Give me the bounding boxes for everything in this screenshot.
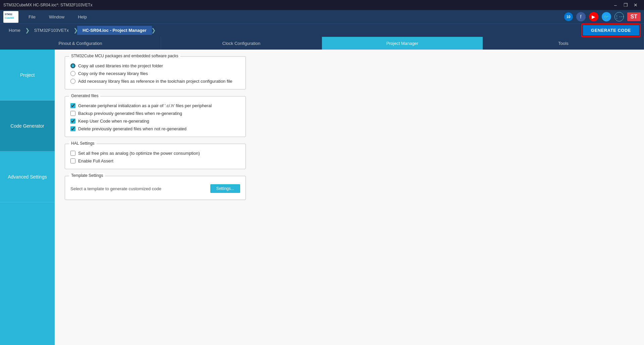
mcu-label-1[interactable]: Copy only the necessary library files — [78, 71, 148, 76]
title-bar: STM32CubeMX HC-SR04.ioc*: STM32F103VETx … — [0, 0, 644, 10]
main-content: Project Code Generator Advanced Settings… — [0, 50, 644, 345]
gen-file-label-1[interactable]: Backup previously generated files when r… — [78, 111, 182, 116]
mcu-option-2: Add necessary library files as reference… — [70, 79, 240, 84]
mcu-packages-content: Copy all used libraries into the project… — [70, 63, 240, 84]
template-settings-content: Select a template to generate customized… — [70, 183, 240, 194]
tab-bar: Pinout & Configuration Clock Configurati… — [0, 37, 644, 50]
gen-file-checkbox-3[interactable] — [70, 126, 75, 131]
sidebar: Project Code Generator Advanced Settings — [0, 50, 55, 345]
generated-files-title: Generated files — [69, 93, 100, 98]
sidebar-item-advanced-settings[interactable]: Advanced Settings — [0, 151, 55, 202]
gen-file-option-3: Delete previously generated files when n… — [70, 126, 240, 131]
twitter-icon[interactable]: 🐦 — [602, 12, 611, 21]
gen-file-label-3[interactable]: Delete previously generated files when n… — [78, 126, 186, 131]
hal-checkbox-0[interactable] — [70, 151, 75, 156]
mcu-packages-title: STM32Cube MCU packages and embedded soft… — [69, 54, 180, 58]
hal-settings-content: Set all free pins as analog (to optimize… — [70, 151, 240, 163]
tab-pinout-config[interactable]: Pinout & Configuration — [0, 37, 161, 50]
menu-bar: STM32 CubeMX File Window Help 10 f ▶ 🐦 ⋮… — [0, 10, 644, 23]
network-icon[interactable]: ⋮⋯ — [614, 12, 624, 21]
breadcrumb: Home ❯ STM32F103VETx ❯ HC-SR04.ioc - Pro… — [3, 26, 155, 35]
hal-option-1: Enable Full Assert — [70, 158, 240, 163]
hal-settings-group: HAL Settings Set all free pins as analog… — [65, 144, 246, 169]
hal-option-0: Set all free pins as analog (to optimize… — [70, 151, 240, 156]
svg-text:STM32: STM32 — [5, 13, 12, 15]
minimize-button[interactable]: – — [610, 0, 621, 10]
generated-files-group: Generated files Generate peripheral init… — [65, 96, 246, 137]
title-bar-left: STM32CubeMX HC-SR04.ioc*: STM32F103VETx — [3, 3, 92, 7]
title-bar-text: STM32CubeMX HC-SR04.ioc*: STM32F103VETx — [3, 3, 92, 7]
generated-files-content: Generate peripheral initialization as a … — [70, 103, 240, 131]
menu-help[interactable]: Help — [74, 13, 90, 21]
content-wrapper: STM32Cube MCU packages and embedded soft… — [65, 56, 246, 200]
template-placeholder-text: Select a template to generate customized… — [70, 186, 161, 191]
generate-btn-container: GENERATE CODE — [581, 23, 641, 37]
badge-10: 10 — [564, 12, 573, 21]
template-settings-button[interactable]: Settings... — [210, 184, 240, 193]
mcu-radio-2[interactable] — [70, 79, 75, 84]
template-settings-title: Template Settings — [69, 173, 105, 178]
sidebar-item-project[interactable]: Project — [0, 50, 55, 100]
st-logo: ST — [627, 12, 641, 21]
tab-tools[interactable]: Tools — [483, 37, 644, 50]
hal-checkbox-1[interactable] — [70, 158, 75, 163]
mcu-packages-group: STM32Cube MCU packages and embedded soft… — [65, 56, 246, 89]
gen-file-label-0[interactable]: Generate peripheral initialization as a … — [78, 103, 212, 108]
mcu-radio-0[interactable] — [70, 63, 75, 68]
mcu-radio-1[interactable] — [70, 71, 75, 76]
content-panel: STM32Cube MCU packages and embedded soft… — [55, 50, 644, 345]
tab-clock-config[interactable]: Clock Configuration — [161, 37, 322, 50]
gen-file-checkbox-0[interactable] — [70, 103, 75, 108]
template-settings-group: Template Settings Select a template to g… — [65, 176, 246, 200]
gen-file-checkbox-2[interactable] — [70, 119, 75, 124]
menu-file[interactable]: File — [25, 13, 39, 21]
mcu-option-0: Copy all used libraries into the project… — [70, 63, 240, 68]
gen-file-option-1: Backup previously generated files when r… — [70, 111, 240, 116]
logo-area: STM32 CubeMX — [3, 11, 18, 23]
hal-label-0[interactable]: Set all free pins as analog (to optimize… — [78, 151, 200, 156]
title-bar-controls: – ❐ ✕ — [610, 0, 641, 10]
facebook-icon[interactable]: f — [576, 12, 586, 21]
menu-left: STM32 CubeMX File Window Help — [3, 11, 90, 23]
mcu-label-0[interactable]: Copy all used libraries into the project… — [78, 63, 163, 68]
close-button[interactable]: ✕ — [631, 0, 641, 10]
breadcrumb-home[interactable]: Home — [3, 26, 26, 35]
restore-button[interactable]: ❐ — [621, 0, 631, 10]
logo-box: STM32 CubeMX — [3, 11, 18, 23]
gen-file-option-0: Generate peripheral initialization as a … — [70, 103, 240, 108]
svg-text:CubeMX: CubeMX — [5, 17, 14, 19]
menu-window[interactable]: Window — [46, 13, 68, 21]
gen-file-label-2[interactable]: Keep User Code when re-generating — [78, 119, 149, 124]
hal-label-1[interactable]: Enable Full Assert — [78, 158, 113, 163]
breadcrumb-bar: Home ❯ STM32F103VETx ❯ HC-SR04.ioc - Pro… — [0, 23, 644, 37]
sidebar-item-code-generator[interactable]: Code Generator — [0, 100, 55, 151]
breadcrumb-device[interactable]: STM32F103VETx — [29, 26, 74, 35]
gen-file-option-2: Keep User Code when re-generating — [70, 119, 240, 124]
template-row: Select a template to generate customized… — [70, 183, 240, 194]
gen-file-checkbox-1[interactable] — [70, 111, 75, 116]
tab-project-manager[interactable]: Project Manager — [322, 37, 483, 50]
generate-code-button[interactable]: GENERATE CODE — [583, 25, 639, 36]
breadcrumb-project-manager[interactable]: HC-SR04.ioc - Project Manager — [77, 26, 152, 35]
mcu-option-1: Copy only the necessary library files — [70, 71, 240, 76]
youtube-icon[interactable]: ▶ — [589, 12, 598, 21]
menu-right: 10 f ▶ 🐦 ⋮⋯ ST — [564, 12, 641, 21]
mcu-label-2[interactable]: Add necessary library files as reference… — [78, 79, 232, 84]
hal-settings-title: HAL Settings — [69, 141, 97, 146]
